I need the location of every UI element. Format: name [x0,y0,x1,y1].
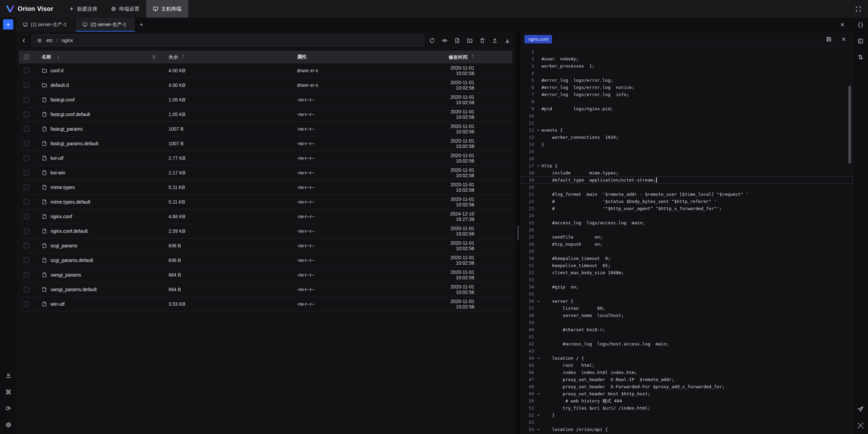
editor-line[interactable]: 12events { [520,127,853,134]
download-icon[interactable] [502,35,512,45]
back-icon[interactable] [19,35,29,45]
file-row[interactable]: mime.types5.11 KB-rw-r--r--2020-11-01 10… [19,180,512,195]
editor-line[interactable]: 22 # '$status $body_bytes_sent "$http_re… [520,198,853,205]
file-row[interactable]: fastcgi_params1007 B-rw-r--r--2020-11-01… [19,122,512,136]
new-tab-button[interactable]: + [135,18,147,32]
save-icon[interactable] [824,34,834,44]
editor-line[interactable]: 15 [520,148,853,155]
sync-icon[interactable]: ⟳ [3,403,14,414]
delete-icon[interactable] [477,35,487,45]
editor-line[interactable]: 38 server_name localhost; [520,312,853,319]
send-icon[interactable] [855,404,866,414]
capture-icon[interactable] [855,420,866,431]
fold-chevron-icon[interactable] [535,428,541,432]
editor-line[interactable]: 7#error_log logs/error.log info; [520,91,853,98]
file-row[interactable]: koi-utf2.77 KB-rw-r--r--2020-11-01 10:02… [19,151,512,166]
editor-line[interactable]: 32 client_max_body_size 1048m; [520,269,853,276]
editor-line[interactable]: 37 listen 80; [520,305,853,312]
panel-splitter[interactable] [516,32,520,434]
editor-line[interactable]: 25 #access_log logs/access.log main; [520,219,853,226]
editor-line[interactable]: 10 [520,112,853,119]
editor-line[interactable]: 39 [520,319,853,326]
row-checkbox[interactable] [24,258,29,263]
editor-line[interactable]: 8 [520,98,853,105]
editor-line[interactable]: 3worker_processes 1; [520,62,853,70]
row-checkbox[interactable] [24,243,29,248]
file-row[interactable]: fastcgi.conf1.05 KB-rw-r--r--2020-11-01 … [19,93,512,107]
editor-line[interactable]: 41 [520,333,853,340]
file-row[interactable]: scgi_params.default636 B-rw-r--r--2020-1… [19,253,512,268]
editor-line[interactable]: 53 [520,419,853,426]
new-file-icon[interactable] [452,35,462,45]
sort-modified-icon[interactable] [471,54,474,59]
editor-line[interactable]: 42 #access_log logs/host.access.log main… [520,340,853,347]
editor-line[interactable]: 31 keepalive_timeout 65; [520,262,853,269]
terminal-tab[interactable]: (1) server-生产-1 [16,18,76,32]
file-name[interactable]: win-utf [51,301,64,307]
editor-line[interactable]: 18 include mime.types; [520,169,853,176]
menu-item-terminal-settings[interactable]: 终端设置 [104,0,146,18]
fold-chevron-icon[interactable] [535,299,541,303]
breadcrumb[interactable]: etc / nginx [32,34,424,46]
fold-chevron-icon[interactable] [535,392,541,396]
editor-line[interactable]: 4 [520,70,853,77]
row-checkbox[interactable] [24,214,29,219]
file-name[interactable]: fastcgi.conf [51,97,75,102]
editor-line[interactable]: 27 sendfile on; [520,233,853,241]
fold-chevron-icon[interactable] [535,356,541,360]
fold-chevron-icon[interactable] [535,164,541,168]
command-icon[interactable]: ⌘ [3,387,14,397]
row-checkbox[interactable] [24,185,29,190]
column-name-label[interactable]: 名称 [42,54,51,60]
editor-line[interactable]: 30 #keepalive_timeout 0; [520,255,853,262]
close-editor-icon[interactable] [839,34,849,44]
preview-icon[interactable] [439,35,450,45]
breadcrumb-segment[interactable]: etc [46,38,53,43]
file-name[interactable]: conf.d [51,68,63,73]
editor-line[interactable]: 46 index index.html index.htm; [520,369,853,376]
upload-icon[interactable] [490,35,500,45]
filter-icon[interactable] [152,55,156,59]
select-all-checkbox[interactable] [24,54,29,60]
editor-line[interactable]: 47 proxy_set_header X-Real-IP $remote_ad… [520,376,853,383]
row-checkbox[interactable] [24,272,29,278]
row-checkbox[interactable] [24,199,29,205]
close-panel-icon[interactable] [837,20,847,30]
file-name[interactable]: fastcgi.conf.default [51,112,90,117]
editor-line[interactable]: 2#user nobody; [520,55,853,62]
editor-line[interactable]: 11 [520,119,853,127]
file-row[interactable]: scgi_params636 B-rw-r--r--2020-11-01 10:… [19,239,512,253]
editor-line[interactable]: 36 server { [520,298,853,305]
file-row[interactable]: default.d4.00 KBdrwxr-xr-x2020-11-01 10:… [19,78,512,93]
file-name[interactable]: nginx.conf.default [51,228,88,234]
file-row[interactable]: uwsgi_params.default664 B-rw-r--r--2020-… [19,282,512,297]
file-row[interactable]: nginx.conf4.68 KB-rw-r--r--2024-12-10 16… [19,209,512,224]
column-modified-label[interactable]: 修改时间 [449,54,468,60]
menu-item-host-terminal[interactable]: 主机终端 [146,0,188,18]
braces-icon[interactable]: {} [855,20,866,30]
fold-chevron-icon[interactable] [535,413,541,417]
editor-line[interactable]: 16 [520,155,853,162]
editor-line[interactable]: 23 # '"$http_user_agent" "$http_x_forwar… [520,205,853,212]
row-checkbox[interactable] [24,126,29,132]
new-connection-button[interactable]: + [3,19,13,30]
file-name[interactable]: uwsgi_params.default [51,287,97,292]
editor-line[interactable]: 54 location /orion/api { [520,426,853,433]
editor-line[interactable]: 49 proxy_set_header Host $http_host; [520,390,853,397]
sort-name-icon[interactable] [57,55,60,60]
editor-line[interactable]: 50 # web history 模式 404 [520,397,853,404]
file-row[interactable]: conf.d4.00 KBdrwxr-xr-x2020-11-01 10:02:… [19,63,512,78]
refresh-icon[interactable] [427,35,437,45]
editor-line[interactable]: 9#pid logs/nginx.pid; [520,105,853,112]
editor-line[interactable]: 17http { [520,162,853,169]
row-checkbox[interactable] [24,97,29,102]
editor-line[interactable]: 20 [520,184,853,191]
editor-line[interactable]: 13 worker_connections 1024; [520,134,853,141]
editor-line[interactable]: 14} [520,141,853,148]
row-checkbox[interactable] [24,82,29,88]
file-row[interactable]: uwsgi_params664 B-rw-r--r--2020-11-01 10… [19,268,512,282]
fullscreen-icon[interactable] [853,4,863,14]
editor-line[interactable]: 35 [520,290,853,298]
editor-line[interactable]: 48 proxy_set_header X-Forwarded-For $pro… [520,383,853,390]
fold-chevron-icon[interactable] [535,128,541,132]
